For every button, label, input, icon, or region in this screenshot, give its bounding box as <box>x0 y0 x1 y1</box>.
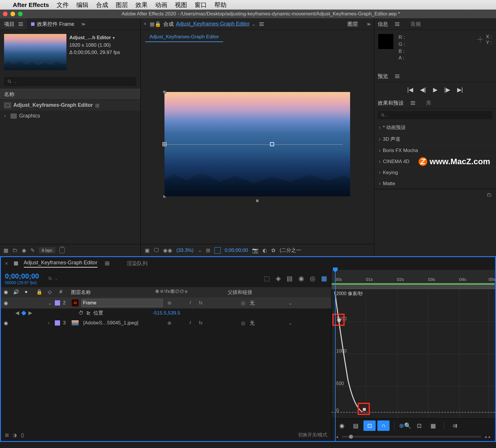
col-visibility[interactable]: ◉ <box>4 289 10 296</box>
prev-frame-icon[interactable]: ◀| <box>420 86 426 93</box>
grid-icon[interactable]: ▦ <box>150 21 155 27</box>
zoom-in-icon[interactable]: ▲▲ <box>484 435 491 439</box>
label-color[interactable] <box>55 320 60 326</box>
grid-options-icon[interactable]: ⊞ <box>206 247 210 254</box>
first-frame-icon[interactable]: |◀ <box>407 86 413 93</box>
tab-project[interactable]: 项目 <box>0 18 27 30</box>
panel-menu-icon[interactable] <box>259 24 264 24</box>
mask-visibility-icon[interactable] <box>214 247 221 254</box>
fit-selection-icon[interactable]: ⊡ <box>413 420 425 431</box>
app-name[interactable]: After Effects <box>13 1 49 8</box>
separate-dims-icon[interactable]: ⇉ <box>449 420 461 431</box>
fx-icon[interactable]: fx <box>197 300 204 306</box>
comp-tab-name[interactable]: Adjust_Keyframes-Graph Editor <box>176 21 250 27</box>
effect-category[interactable]: Matte <box>374 178 496 189</box>
asset-row-comp[interactable]: Adjust_Keyframes-Graph Editor ⊞ <box>0 100 140 111</box>
new-bin-icon[interactable]: 🗀 <box>487 192 492 198</box>
menu-item[interactable]: 帮助 <box>214 1 227 9</box>
parent-pickwhip-icon[interactable]: ◎ <box>239 300 247 306</box>
more-tabs-icon[interactable]: ≫ <box>364 22 374 26</box>
dropdown-icon[interactable]: ⌄ <box>287 320 293 326</box>
col-audio[interactable]: 🔊 <box>13 289 22 296</box>
parent-menu[interactable]: 无 <box>250 300 285 306</box>
menu-item[interactable]: 效果 <box>135 1 148 9</box>
keyframe-point[interactable] <box>338 319 341 322</box>
play-icon[interactable]: ▶ <box>433 86 437 93</box>
parent-menu[interactable]: 无 <box>250 320 285 326</box>
snap-icon[interactable]: ∩ <box>377 420 390 431</box>
render-icon[interactable]: ▣ <box>145 247 150 254</box>
motion-blur-icon[interactable]: ◉ <box>298 275 304 282</box>
close-tab-icon[interactable]: × <box>5 261 8 267</box>
more-tabs-icon[interactable]: ≫ <box>78 22 88 26</box>
timeline-search-input[interactable]: ⌄ <box>45 274 258 283</box>
visibility-toggle[interactable]: ◉ <box>4 320 10 326</box>
resolution-menu[interactable]: (二分之一 <box>280 247 301 254</box>
shy-switch[interactable]: ⊕ <box>166 320 173 326</box>
tab-layer[interactable]: 图层 <box>342 21 364 28</box>
current-timecode[interactable]: 0;00;00;00 <box>5 272 39 280</box>
lock-icon[interactable]: 🔒 <box>155 21 161 27</box>
graph-select-icon[interactable]: ⊵ <box>86 310 90 316</box>
tab-effects-presets[interactable]: 效果和预设 <box>378 100 404 106</box>
timeline-tab[interactable]: Adjust_Keyframes-Graph Editor <box>24 260 97 268</box>
show-props-icon[interactable]: ◉ <box>336 420 348 431</box>
col-label[interactable]: ◇ <box>48 289 57 296</box>
toggle-brackets-icon[interactable]: {} <box>21 433 24 438</box>
fit-all-icon[interactable]: ▦ <box>427 420 439 431</box>
menu-item[interactable]: 编辑 <box>76 1 88 9</box>
tab-audio[interactable]: 音频 <box>410 21 421 28</box>
maximize-icon[interactable] <box>18 12 23 16</box>
project-search-input[interactable]: ⌄ <box>4 77 136 86</box>
minimize-icon[interactable] <box>10 12 15 16</box>
zoom-out-icon[interactable]: ▲ <box>336 435 339 439</box>
property-row[interactable]: ◀ ▶ ⏱ ⊵ 位置 -515.5,539.5 <box>1 308 331 317</box>
layer-name-input[interactable] <box>82 299 163 307</box>
parent-pickwhip-icon[interactable]: ◎ <box>239 320 247 326</box>
panel-menu-icon[interactable] <box>395 76 399 77</box>
layer-row[interactable]: ◉ › 3 [AdobeS…59045_1.jpeg] ⊕ / fx ◎ 无 ⌄ <box>1 317 331 328</box>
zoom-thumb[interactable] <box>349 435 353 439</box>
toggle-modes-icon[interactable]: ◑ <box>13 432 17 438</box>
next-frame-icon[interactable]: |▶ <box>444 86 450 93</box>
tab-preview[interactable]: 预览 <box>378 73 388 80</box>
panel-menu-icon[interactable] <box>105 263 109 264</box>
vr-icon[interactable]: ◉◉ <box>163 247 172 254</box>
interpret-footage-icon[interactable]: ▦ <box>3 247 8 254</box>
menu-item[interactable]: 合成 <box>96 1 108 9</box>
transform-handle[interactable] <box>256 199 259 202</box>
close-icon[interactable] <box>3 12 8 16</box>
playhead[interactable] <box>335 270 336 441</box>
effect-category[interactable]: * 动画预设 <box>374 122 496 133</box>
comp-title[interactable]: Adjust_…h Editor <box>69 34 120 41</box>
tab-render-queue[interactable]: 渲染队列 <box>127 260 148 267</box>
monitor-icon[interactable]: 🖵 <box>154 247 159 253</box>
current-time[interactable]: 0;00;00;00 <box>225 248 248 253</box>
visibility-toggle[interactable]: ◉ <box>4 300 10 306</box>
menu-item[interactable]: 窗口 <box>195 1 207 9</box>
new-folder-icon[interactable]: 🗀 <box>12 247 18 253</box>
comp-flowchart-icon[interactable]: ⬚ <box>264 275 270 282</box>
layer-row[interactable]: ◉ ⌄ 2 Ai ⊕ / fx ◎ 无 ⌄ <box>1 297 331 308</box>
tab-effect-controls[interactable]: 效果控件 Frame <box>27 18 78 30</box>
shy-switch[interactable]: ⊕ <box>166 300 173 306</box>
bpc-indicator[interactable]: 8 bpc <box>39 247 55 253</box>
fx-switch[interactable]: / <box>187 300 194 306</box>
toggle-switches-icon[interactable]: ⊞ <box>5 432 9 438</box>
keyframe-point[interactable] <box>270 142 274 146</box>
tab-info[interactable]: 信息 <box>378 21 388 28</box>
transform-box-icon[interactable]: ⊡ <box>363 420 376 431</box>
menu-item[interactable]: 文件 <box>57 1 69 9</box>
canvas[interactable] <box>164 92 350 196</box>
zoom-slider[interactable]: ▲ ▲▲ <box>332 432 495 441</box>
effect-category[interactable]: 3D 声道 <box>374 133 496 145</box>
viewport[interactable] <box>141 44 374 244</box>
new-comp-icon[interactable]: ◉ <box>22 247 26 254</box>
asset-row-folder[interactable]: › Graphics <box>0 111 140 121</box>
close-tab-icon[interactable]: × <box>141 21 150 27</box>
effect-category[interactable]: CINEMA 4D Zwww.MacZ.com <box>374 156 496 167</box>
prev-keyframe-icon[interactable]: ◀ <box>15 310 19 316</box>
expand-icon[interactable]: ⌄ <box>48 300 52 306</box>
menu-item[interactable]: 视图 <box>175 1 187 9</box>
comp-subtab[interactable]: Adjust_Keyframes-Graph Editor <box>145 32 223 42</box>
